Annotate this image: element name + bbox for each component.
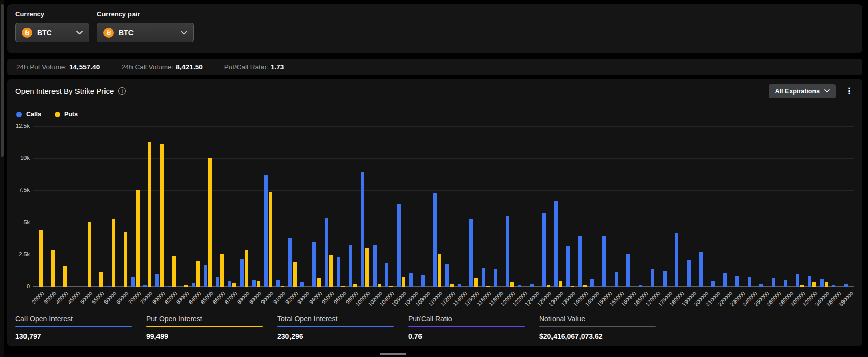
bar-puts-112000[interactable] [450, 284, 454, 287]
bar-puts-83000[interactable] [184, 285, 188, 287]
bar-calls-114000[interactable] [458, 284, 461, 287]
bar-puts-100000[interactable] [365, 248, 369, 287]
expirations-dropdown-button[interactable]: All Expirations [769, 84, 836, 98]
bar-calls-75000[interactable] [143, 285, 147, 287]
bar-calls-280000[interactable] [784, 280, 787, 287]
bar-calls-320000[interactable] [808, 276, 811, 287]
bar-calls-125000[interactable] [542, 213, 546, 287]
bar-puts-96000[interactable] [341, 286, 345, 287]
bar-calls-115000[interactable] [469, 219, 473, 287]
bar-calls-87000[interactable] [228, 281, 231, 287]
bar-calls-230000[interactable] [735, 276, 739, 287]
bar-puts-104000[interactable] [389, 286, 393, 287]
bar-calls-130000[interactable] [554, 201, 558, 287]
bar-calls-88000[interactable] [240, 259, 244, 287]
bar-puts-87000[interactable] [232, 283, 236, 287]
bar-calls-135000[interactable] [566, 246, 570, 287]
bar-calls-95000[interactable] [325, 218, 328, 287]
bar-calls-84000[interactable] [192, 283, 195, 287]
bar-calls-90000[interactable] [264, 175, 268, 287]
bar-puts-30000[interactable] [51, 250, 55, 287]
bar-puts-89000[interactable] [257, 281, 260, 287]
bar-calls-190000[interactable] [687, 260, 691, 287]
bar-calls-124000[interactable] [530, 284, 534, 287]
bar-puts-105000[interactable] [402, 277, 405, 287]
bar-calls-250000[interactable] [759, 284, 763, 287]
bar-puts-125000[interactable] [547, 285, 550, 287]
currency-pair-dropdown[interactable]: BTC [97, 23, 194, 42]
bar-calls-116000[interactable] [482, 268, 485, 287]
bar-calls-220000[interactable] [723, 273, 727, 287]
bar-calls-140000[interactable] [578, 236, 582, 287]
bar-puts-95000[interactable] [329, 255, 333, 287]
bar-calls-105000[interactable] [397, 204, 401, 287]
bar-calls-110000[interactable] [433, 193, 437, 287]
bar-calls-155000[interactable] [615, 272, 618, 287]
bar-calls-106000[interactable] [409, 273, 413, 287]
bar-puts-80000[interactable] [160, 144, 164, 287]
bar-calls-180000[interactable] [675, 233, 678, 287]
bar-calls-102000[interactable] [373, 245, 377, 287]
bar-puts-65000[interactable] [124, 232, 127, 287]
bar-puts-84000[interactable] [196, 261, 200, 287]
bar-calls-260000[interactable] [772, 278, 775, 287]
bar-calls-150000[interactable] [602, 236, 606, 287]
bar-calls-170000[interactable] [651, 269, 654, 287]
bar-puts-55000[interactable] [99, 272, 103, 287]
bar-calls-89000[interactable] [252, 280, 256, 287]
bar-puts-116000[interactable] [486, 286, 490, 287]
bar-puts-102000[interactable] [378, 284, 381, 287]
bar-puts-120000[interactable] [510, 282, 514, 287]
bar-puts-50000[interactable] [88, 222, 91, 287]
bar-puts-300000[interactable] [800, 285, 804, 287]
bar-calls-108000[interactable] [421, 275, 425, 287]
bar-puts-135000[interactable] [571, 286, 574, 287]
bar-calls-380000[interactable] [844, 284, 848, 287]
bar-calls-160000[interactable] [626, 254, 630, 287]
legend-item-puts[interactable]: Puts [55, 111, 78, 118]
bar-puts-110000[interactable] [438, 254, 441, 287]
horizontal-scrollbar-thumb[interactable] [380, 353, 406, 355]
bar-calls-300000[interactable] [796, 274, 799, 287]
bar-calls-60000[interactable] [107, 286, 111, 287]
bar-calls-112000[interactable] [445, 264, 449, 287]
bar-calls-93000[interactable] [300, 282, 304, 287]
bar-puts-40000[interactable] [63, 266, 67, 287]
bar-puts-140000[interactable] [583, 285, 587, 287]
bar-calls-86000[interactable] [216, 277, 219, 287]
bar-puts-320000[interactable] [812, 282, 816, 287]
bar-puts-90000[interactable] [269, 192, 272, 287]
bar-puts-92000[interactable] [293, 262, 297, 287]
bar-calls-240000[interactable] [748, 277, 751, 287]
bar-calls-210000[interactable] [711, 281, 715, 287]
bar-calls-175000[interactable] [663, 271, 667, 287]
bar-puts-85000[interactable] [208, 158, 212, 287]
bar-calls-82000[interactable] [168, 286, 171, 287]
bar-calls-200000[interactable] [699, 252, 703, 287]
bar-calls-91000[interactable] [276, 280, 280, 287]
bar-puts-91000[interactable] [281, 286, 284, 287]
bar-calls-96000[interactable] [337, 257, 340, 287]
bar-calls-100000[interactable] [361, 172, 364, 287]
bar-calls-94000[interactable] [312, 242, 316, 287]
bar-puts-82000[interactable] [172, 256, 176, 287]
info-icon[interactable] [118, 87, 126, 95]
bar-calls-340000[interactable] [820, 279, 824, 287]
bar-puts-60000[interactable] [112, 219, 115, 287]
bar-puts-115000[interactable] [474, 278, 478, 287]
bar-puts-70000[interactable] [136, 190, 140, 287]
bar-calls-120000[interactable] [506, 216, 509, 287]
bar-puts-340000[interactable] [825, 282, 828, 287]
bar-calls-92000[interactable] [288, 238, 292, 287]
bar-puts-130000[interactable] [559, 281, 562, 287]
bar-calls-145000[interactable] [590, 279, 594, 287]
bar-puts-86000[interactable] [220, 254, 224, 287]
bar-puts-20000[interactable] [39, 230, 43, 287]
bar-calls-360000[interactable] [832, 285, 835, 287]
bar-puts-75000[interactable] [148, 142, 151, 287]
kebab-menu-icon[interactable] [844, 87, 854, 95]
bar-calls-80000[interactable] [155, 274, 159, 287]
bar-puts-98000[interactable] [353, 284, 357, 287]
currency-dropdown[interactable]: BTC [15, 23, 89, 42]
bar-calls-104000[interactable] [385, 263, 388, 287]
